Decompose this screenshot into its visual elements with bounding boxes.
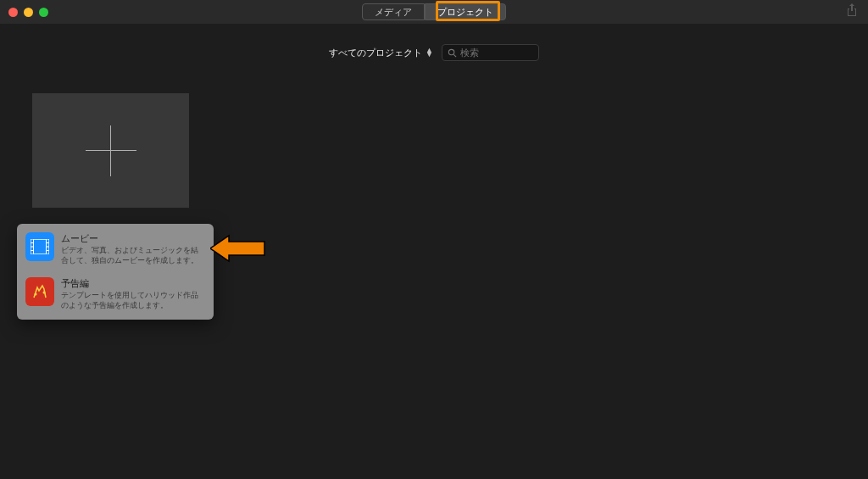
- annotation-arrow-icon: [210, 234, 266, 263]
- popover-item-trailer[interactable]: 予告編 テンプレートを使用してハリウッド作品のような予告編を作成します。: [22, 274, 209, 314]
- create-project-popover: ムービー ビデオ、写真、およびミュージックを結合して、独自のムービーを作成します…: [17, 224, 214, 320]
- projects-toolbar: すべてのプロジェクト ▲▼: [0, 36, 868, 68]
- search-input[interactable]: [460, 47, 533, 58]
- top-tab-group: メディア プロジェクト: [362, 3, 506, 21]
- tab-projects[interactable]: プロジェクト: [425, 3, 506, 20]
- movie-title: ムービー: [61, 232, 205, 245]
- plus-icon: [86, 125, 136, 176]
- popover-item-trailer-text: 予告編 テンプレートを使用してハリウッド作品のような予告編を作成します。: [61, 277, 205, 310]
- share-icon[interactable]: [846, 3, 858, 20]
- trailer-title: 予告編: [61, 277, 205, 290]
- popover-item-movie-text: ムービー ビデオ、写真、およびミュージックを結合して、独自のムービーを作成します…: [61, 232, 205, 265]
- svg-rect-3: [34, 239, 47, 254]
- svg-point-10: [35, 293, 37, 296]
- fullscreen-window-button[interactable]: [39, 8, 48, 17]
- trailer-icon: [25, 277, 54, 306]
- window-titlebar: メディア プロジェクト: [0, 0, 868, 24]
- up-down-icon: ▲▼: [426, 48, 433, 57]
- window-controls: [8, 8, 48, 17]
- minimize-window-button[interactable]: [24, 8, 33, 17]
- close-window-button[interactable]: [8, 8, 18, 17]
- svg-marker-12: [210, 236, 264, 261]
- projects-grid: [0, 68, 868, 208]
- svg-line-1: [453, 54, 456, 57]
- project-scope-label: すべてのプロジェクト: [329, 47, 422, 59]
- create-new-project-tile[interactable]: [32, 93, 189, 208]
- popover-item-movie[interactable]: ムービー ビデオ、写真、およびミュージックを結合して、独自のムービーを作成します…: [22, 229, 209, 269]
- svg-point-0: [448, 49, 453, 54]
- search-icon: [448, 48, 457, 58]
- movie-icon: [25, 232, 54, 261]
- tab-media[interactable]: メディア: [362, 3, 425, 20]
- svg-point-11: [43, 292, 46, 294]
- search-field[interactable]: [442, 44, 539, 61]
- project-scope-selector[interactable]: すべてのプロジェクト ▲▼: [329, 47, 433, 59]
- trailer-description: テンプレートを使用してハリウッド作品のような予告編を作成します。: [61, 291, 205, 310]
- movie-description: ビデオ、写真、およびミュージックを結合して、独自のムービーを作成します。: [61, 246, 205, 265]
